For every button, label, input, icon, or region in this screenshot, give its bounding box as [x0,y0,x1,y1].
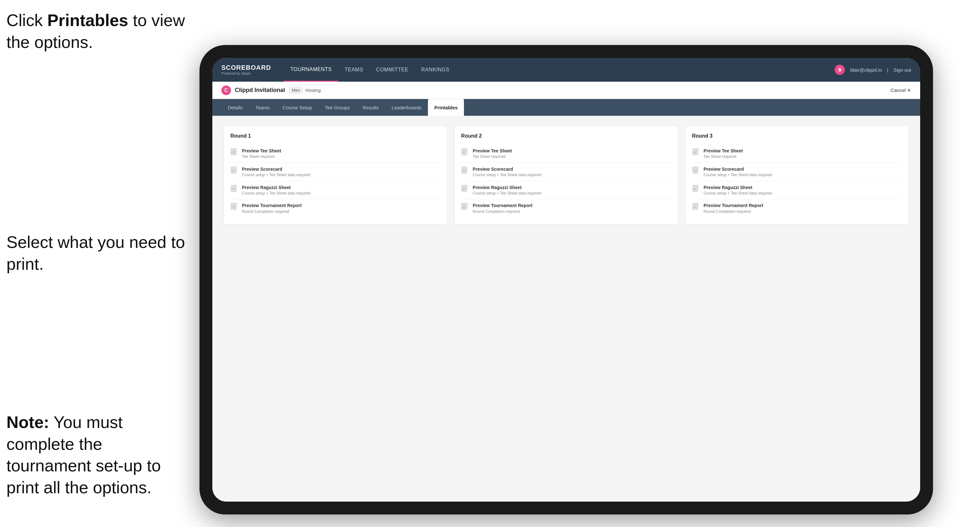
tab-details[interactable]: Details [221,99,249,116]
scorecard-title-r3: Preview Scorecard [704,166,772,172]
nav-tournaments[interactable]: TOURNAMENTS [284,58,338,82]
scorecard-item-r3[interactable]: Preview Scorecard Course setup + Tee She… [692,163,902,181]
file-icon [692,167,700,176]
raguzzi-sub-r3: Course setup + Tee Sheet data required [704,191,772,196]
tournament-report-sub-r2: Round Completion required [473,210,533,214]
svg-rect-11 [235,185,237,187]
raguzzi-item-r1[interactable]: Preview Raguzzi Sheet Course setup + Tee… [231,181,441,200]
nav-rankings[interactable]: RANKINGS [415,58,456,82]
brand-name: SCOREBOARD [221,64,271,71]
top-nav: SCOREBOARD Powered by clippd TOURNAMENTS… [212,58,920,82]
tournament-report-item-r3[interactable]: Preview Tournament Report Round Completi… [692,199,902,217]
scorecard-item-r1[interactable]: Preview Scorecard Course setup + Tee She… [231,163,441,181]
svg-rect-27 [466,185,468,187]
sub-header: C Clippd Invitational Men Hosting Cancel… [212,82,920,99]
scorecard-sub-r2: Course setup + Tee Sheet data required [473,173,541,178]
tournament-report-info-r1: Preview Tournament Report Round Completi… [242,203,302,214]
raguzzi-info-r2: Preview Raguzzi Sheet Course setup + Tee… [473,184,541,196]
tab-printables[interactable]: Printables [428,99,464,116]
file-icon [231,148,238,157]
raguzzi-sub-r1: Course setup + Tee Sheet data required [242,191,310,196]
main-content: Round 1 Preview Tee [212,116,920,502]
scorecard-title-r1: Preview Scorecard [242,166,310,172]
tee-sheet-sub-r3: Tee Sheet required [704,154,743,159]
scorecard-info-r3: Preview Scorecard Course setup + Tee She… [704,166,772,178]
top-nav-right: B blair@clippd.io | Sign out [835,65,911,75]
file-icon [461,203,469,212]
tournament-report-sub-r1: Round Completion required [242,210,302,214]
svg-rect-39 [697,167,698,169]
file-icon [461,185,469,194]
tab-bar: Details Teams Course Setup Tee Groups Re… [212,99,920,116]
tournament-report-title-r1: Preview Tournament Report [242,203,302,208]
scorecard-sub-r1: Course setup + Tee Sheet data required [242,173,310,178]
tee-sheet-sub-r2: Tee Sheet required [473,154,512,159]
svg-rect-19 [466,149,468,151]
user-avatar: B [835,65,845,75]
tab-teams[interactable]: Teams [249,99,276,116]
tee-sheet-info-r2: Preview Tee Sheet Tee Sheet required [473,148,512,159]
cancel-button[interactable]: Cancel ✕ [891,87,911,93]
top-nav-links: TOURNAMENTS TEAMS COMMITTEE RANKINGS [284,58,835,82]
svg-rect-15 [235,203,237,205]
tournament-name: Clippd Invitational [235,87,285,94]
tablet-shell: SCOREBOARD Powered by clippd TOURNAMENTS… [199,45,933,514]
tee-sheet-title-r3: Preview Tee Sheet [704,148,743,154]
round-3-title: Round 3 [692,133,902,139]
tab-tee-groups[interactable]: Tee Groups [318,99,356,116]
raguzzi-info-r3: Preview Raguzzi Sheet Course setup + Tee… [704,184,772,196]
tournament-logo: C [221,86,231,95]
tee-sheet-item-r3[interactable]: Preview Tee Sheet Tee Sheet required [692,145,902,163]
tab-course-setup[interactable]: Course Setup [276,99,318,116]
round-1-title: Round 1 [231,133,441,139]
tournament-report-title-r2: Preview Tournament Report [473,203,533,208]
raguzzi-item-r2[interactable]: Preview Raguzzi Sheet Course setup + Tee… [461,181,671,200]
brand: SCOREBOARD Powered by clippd [221,64,271,75]
tee-sheet-info-r1: Preview Tee Sheet Tee Sheet required [242,148,281,159]
file-icon [692,185,700,194]
tee-sheet-info-r3: Preview Tee Sheet Tee Sheet required [704,148,743,159]
tournament-report-item-r2[interactable]: Preview Tournament Report Round Completi… [461,199,671,217]
instruction-middle: Select what you need to print. [6,232,187,275]
rounds-grid: Round 1 Preview Tee [224,126,908,224]
file-icon [231,185,238,194]
svg-rect-7 [235,167,237,169]
file-icon [231,203,238,212]
separator: | [887,67,888,73]
instruction-top: Click Printables to view the options. [6,10,193,53]
user-email: blair@clippd.io [850,67,882,73]
scorecard-sub-r3: Course setup + Tee Sheet data required [704,173,772,178]
tee-sheet-item-r2[interactable]: Preview Tee Sheet Tee Sheet required [461,145,671,163]
raguzzi-item-r3[interactable]: Preview Raguzzi Sheet Course setup + Tee… [692,181,902,200]
nav-teams[interactable]: TEAMS [338,58,370,82]
file-icon [461,167,469,176]
note-bold: Note: [6,413,49,432]
raguzzi-sub-r2: Course setup + Tee Sheet data required [473,191,541,196]
file-icon [692,148,700,157]
tee-sheet-item-r1[interactable]: Preview Tee Sheet Tee Sheet required [231,145,441,163]
svg-rect-31 [466,203,468,205]
scorecard-title-r2: Preview Scorecard [473,166,541,172]
sign-out-link[interactable]: Sign out [894,67,911,73]
tournament-report-sub-r3: Round Completion required [704,210,764,214]
hosting-badge: Hosting [305,88,320,93]
nav-committee[interactable]: COMMITTEE [370,58,415,82]
round-2-column: Round 2 Preview Tee [455,126,678,224]
round-3-column: Round 3 Preview Tee [686,126,908,224]
tee-sheet-title-r1: Preview Tee Sheet [242,148,281,154]
file-icon [692,203,700,212]
svg-rect-23 [466,167,468,169]
tournament-report-item-r1[interactable]: Preview Tournament Report Round Completi… [231,199,441,217]
scorecard-item-r2[interactable]: Preview Scorecard Course setup + Tee She… [461,163,671,181]
scorecard-info-r2: Preview Scorecard Course setup + Tee She… [473,166,541,178]
round-1-column: Round 1 Preview Tee [224,126,447,224]
tab-leaderboards[interactable]: Leaderboards [385,99,428,116]
tee-sheet-sub-r1: Tee Sheet required [242,154,281,159]
tournament-report-info-r2: Preview Tournament Report Round Completi… [473,203,533,214]
tournament-report-title-r3: Preview Tournament Report [704,203,764,208]
tournament-badge: Men [289,87,303,94]
brand-sub: Powered by clippd [221,71,271,75]
svg-rect-3 [235,149,237,151]
tab-results[interactable]: Results [356,99,385,116]
raguzzi-title-r1: Preview Raguzzi Sheet [242,184,310,190]
